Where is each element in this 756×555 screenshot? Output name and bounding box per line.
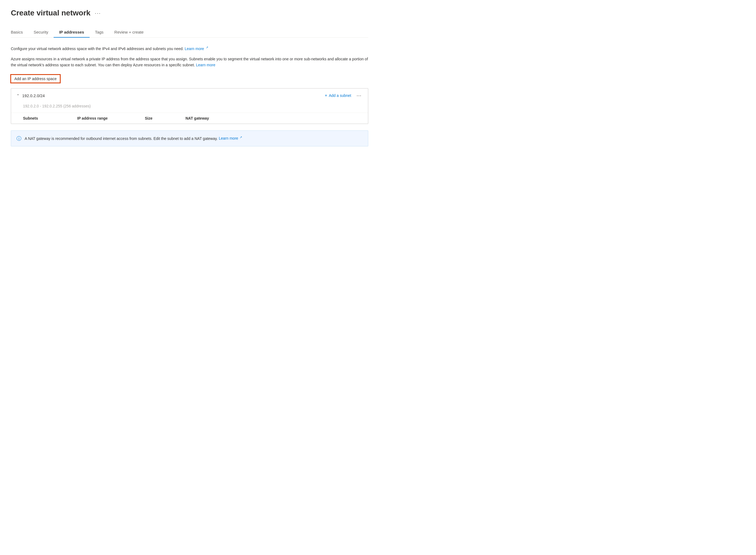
nat-learn-more-link[interactable]: Learn more ↗: [219, 136, 242, 140]
external-link-icon-1: ↗: [206, 46, 208, 49]
page-header: Create virtual network ···: [11, 9, 368, 17]
add-ip-address-space-button[interactable]: Add an IP address space: [11, 75, 60, 83]
ip-space-left: ⌃ 192.0.2.0/24: [16, 93, 45, 98]
learn-more-link-2[interactable]: Learn more: [196, 63, 215, 67]
nat-info-text: A NAT gateway is recommended for outboun…: [25, 135, 242, 141]
tab-ip-addresses[interactable]: IP addresses: [53, 27, 89, 38]
tabs-bar: Basics Security IP addresses Tags Review…: [11, 27, 368, 38]
tab-security[interactable]: Security: [28, 27, 53, 38]
tab-review-create[interactable]: Review + create: [109, 27, 149, 38]
ip-address-label: 192.0.2.0/24: [22, 93, 45, 98]
tab-tags[interactable]: Tags: [90, 27, 109, 38]
col-header-size: Size: [145, 116, 186, 120]
more-options-icon[interactable]: ···: [95, 10, 101, 16]
ip-space-container: ⌃ 192.0.2.0/24 + Add a subnet ··· 192.0.…: [11, 88, 368, 124]
description-line-2: Azure assigns resources in a virtual net…: [11, 56, 368, 68]
learn-more-link-1[interactable]: Learn more ↗: [185, 47, 208, 51]
col-header-ip-range: IP address range: [77, 116, 145, 120]
col-header-subnets: Subnets: [23, 116, 77, 120]
ip-space-right: + Add a subnet ···: [325, 93, 363, 98]
add-subnet-button[interactable]: + Add a subnet: [325, 93, 351, 98]
page-title: Create virtual network: [11, 9, 90, 17]
nat-info-banner: ⓘ A NAT gateway is recommended for outbo…: [11, 130, 368, 146]
subnets-table-header: Subnets IP address range Size NAT gatewa…: [11, 113, 368, 124]
ip-space-header: ⌃ 192.0.2.0/24 + Add a subnet ···: [11, 88, 368, 103]
description-line-1: Configure your virtual network address s…: [11, 45, 368, 52]
tab-basics[interactable]: Basics: [11, 27, 28, 38]
description-section: Configure your virtual network address s…: [11, 45, 368, 68]
info-circle-icon: ⓘ: [16, 135, 22, 142]
chevron-up-icon[interactable]: ⌃: [16, 94, 19, 98]
ip-space-more-options-button[interactable]: ···: [356, 93, 363, 98]
col-header-nat-gateway: NAT gateway: [186, 116, 240, 120]
plus-icon: +: [325, 93, 327, 98]
external-link-icon-2: ↗: [240, 136, 242, 139]
ip-range-text: 192.0.2.0 - 192.0.2.255 (256 addresses): [11, 103, 368, 113]
